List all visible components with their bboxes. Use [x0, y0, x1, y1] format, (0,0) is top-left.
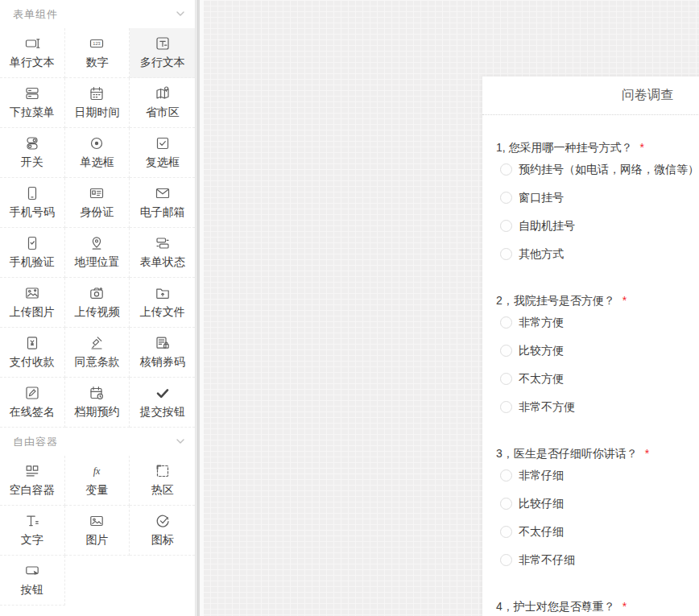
component-item[interactable]: 上传图片	[0, 278, 65, 328]
component-item[interactable]: 身份证	[65, 178, 130, 228]
component-item[interactable]: 表单状态	[130, 228, 195, 278]
svg-text:fx: fx	[93, 465, 101, 477]
required-asterisk: *	[640, 139, 644, 155]
component-item[interactable]: 文字	[0, 506, 65, 556]
component-item[interactable]: 开关	[0, 128, 65, 178]
component-item[interactable]: 日期时间	[65, 78, 130, 128]
radio-option[interactable]: 其他方式	[496, 240, 699, 268]
component-item[interactable]: 按钮	[0, 556, 65, 606]
component-item[interactable]: 图片	[65, 506, 130, 556]
sidebar-section: 表单组件单行文本123数字多行文本下拉菜单日期时间省市区开关单选框复选框手机号码…	[0, 0, 195, 428]
payment-icon	[24, 335, 40, 351]
radio-circle-icon[interactable]	[500, 316, 512, 329]
component-item-label: 复选框	[146, 155, 180, 170]
component-item-label: 同意条款	[74, 355, 119, 370]
question-block[interactable]: 1, 您采用哪一种挂号方式？*预约挂号（如电话，网络，微信等）窗口挂号自助机挂号…	[496, 139, 699, 268]
radio-circle-icon[interactable]	[500, 345, 512, 357]
radio-option[interactable]: 自助机挂号	[496, 212, 699, 240]
component-item[interactable]: 同意条款	[65, 328, 130, 378]
radio-option[interactable]: 非常不仔细	[496, 546, 699, 574]
component-item-label: 多行文本	[140, 56, 185, 70]
phone-number-icon	[24, 185, 40, 201]
radio-circle-icon[interactable]	[500, 554, 512, 566]
radio-option[interactable]: 比较方便	[496, 337, 699, 365]
component-item[interactable]: 下拉菜单	[0, 78, 65, 128]
radio-circle-icon[interactable]	[500, 163, 512, 176]
component-item[interactable]: 图标	[130, 506, 195, 556]
variable-icon: fx	[89, 463, 105, 479]
component-item[interactable]: 支付收款	[0, 328, 65, 378]
radio-option[interactable]: 非常仔细	[496, 461, 699, 490]
component-item[interactable]: 省市区	[130, 78, 195, 128]
component-item-label: 图标	[151, 533, 174, 548]
question-label: 4，护士对您是否尊重？*	[496, 598, 699, 614]
component-item[interactable]: 档期预约	[65, 378, 130, 428]
component-item[interactable]: 上传文件	[130, 278, 195, 328]
component-item[interactable]: 手机验证	[0, 228, 65, 278]
upload-video-icon	[89, 285, 105, 301]
form-preview-panel[interactable]: 问卷调查 1, 您采用哪一种挂号方式？*预约挂号（如电话，网络，微信等）窗口挂号…	[482, 76, 699, 616]
radio-circle-icon[interactable]	[500, 248, 512, 260]
radio-option[interactable]: 比较仔细	[496, 490, 699, 518]
radio-option-label: 不太仔细	[519, 525, 564, 540]
question-block[interactable]: 2，我院挂号是否方便？*非常方便比较方便不太方便非常不方便	[496, 292, 699, 421]
component-item-label: 省市区	[146, 105, 180, 120]
radio-option[interactable]: 不太仔细	[496, 518, 699, 546]
radio-circle-icon[interactable]	[500, 401, 512, 413]
radio-option-label: 非常方便	[519, 316, 564, 330]
radio-circle-icon[interactable]	[500, 220, 512, 232]
radio-circle-icon[interactable]	[500, 469, 512, 482]
question-text: 4，护士对您是否尊重？	[496, 598, 615, 614]
radio-option[interactable]: 非常不方便	[496, 393, 699, 421]
component-item[interactable]: 123数字	[65, 28, 130, 78]
question-label: 1, 您采用哪一种挂号方式？*	[496, 139, 699, 155]
radio-option[interactable]: 非常方便	[496, 308, 699, 337]
component-item-label: 手机验证	[10, 255, 55, 270]
component-sidebar: 表单组件单行文本123数字多行文本下拉菜单日期时间省市区开关单选框复选框手机号码…	[0, 0, 196, 616]
component-item[interactable]: 电子邮箱	[130, 178, 195, 228]
component-item[interactable]: 上传视频	[65, 278, 130, 328]
component-item[interactable]: 单选框	[65, 128, 130, 178]
radio-option[interactable]: 窗口挂号	[496, 184, 699, 212]
radio-circle-icon[interactable]	[500, 192, 512, 204]
radio-option-label: 其他方式	[519, 247, 564, 262]
design-canvas[interactable]: 问卷调查 1, 您采用哪一种挂号方式？*预约挂号（如电话，网络，微信等）窗口挂号…	[196, 0, 699, 616]
sidebar-scrollbar[interactable]	[196, 0, 200, 616]
component-item[interactable]: 单行文本	[0, 28, 65, 78]
radio-option[interactable]: 不太方便	[496, 365, 699, 393]
component-item-label: 单行文本	[10, 56, 55, 70]
component-item[interactable]: 在线签名	[0, 378, 65, 428]
component-item[interactable]: 提交按钮	[130, 378, 195, 428]
radio-circle-icon[interactable]	[500, 498, 512, 510]
section-header[interactable]: 自由容器	[0, 428, 195, 456]
signature-icon	[24, 385, 40, 401]
radio-option-label: 自助机挂号	[519, 219, 575, 234]
agree-terms-icon	[89, 335, 105, 351]
component-item[interactable]: 地理位置	[65, 228, 130, 278]
component-item-label: 档期预约	[74, 405, 119, 420]
upload-image-icon	[24, 285, 40, 301]
radio-circle-icon[interactable]	[500, 373, 512, 385]
component-item[interactable]: fx变量	[65, 456, 130, 506]
question-text: 2，我院挂号是否方便？	[496, 292, 615, 308]
component-item-label: 提交按钮	[140, 405, 185, 420]
section-header[interactable]: 表单组件	[0, 0, 195, 28]
component-item[interactable]: 核销券码	[130, 328, 195, 378]
radio-option[interactable]: 预约挂号（如电话，网络，微信等）	[496, 155, 699, 184]
single-line-text-icon	[24, 35, 40, 52]
blank-container-icon	[24, 463, 40, 479]
form-title-bar[interactable]: 问卷调查	[482, 76, 699, 115]
component-item-label: 热区	[151, 483, 174, 498]
component-item-label: 开关	[21, 155, 43, 170]
component-item[interactable]: 多行文本	[130, 28, 195, 78]
radio-circle-icon[interactable]	[500, 526, 512, 538]
component-item[interactable]: 热区	[130, 456, 195, 506]
component-item[interactable]: 手机号码	[0, 178, 65, 228]
component-item-label: 手机号码	[10, 205, 55, 220]
schedule-icon	[89, 385, 105, 401]
component-item[interactable]: 复选框	[130, 128, 195, 178]
question-block[interactable]: 3，医生是否仔细听你讲话？*非常仔细比较仔细不太仔细非常不仔细	[496, 445, 699, 574]
component-item-label: 表单状态	[140, 255, 185, 270]
question-block[interactable]: 4，护士对您是否尊重？*	[496, 598, 699, 614]
component-item[interactable]: 空白容器	[0, 456, 65, 506]
